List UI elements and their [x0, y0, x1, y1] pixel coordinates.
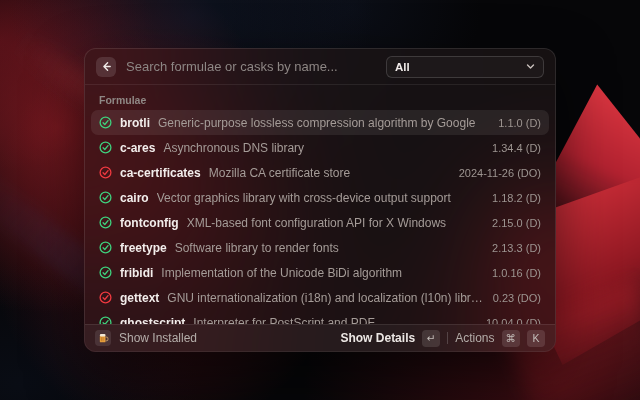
formula-name: fribidi [120, 266, 153, 280]
formula-name: freetype [120, 241, 167, 255]
formula-name: fontconfig [120, 216, 179, 230]
formula-version: 10.04.0 (D) [486, 317, 541, 325]
search-bar: All [85, 49, 555, 85]
formula-version: 1.18.2 (D) [492, 192, 541, 204]
formula-row[interactable]: brotli Generic-purpose lossless compress… [91, 110, 549, 135]
formula-name: brotli [120, 116, 150, 130]
formula-version: 2.13.3 (D) [492, 242, 541, 254]
return-key-badge[interactable]: ↵ [422, 330, 440, 347]
formula-description: Software library to render fonts [175, 241, 484, 255]
formula-row[interactable]: cairo Vector graphics library with cross… [91, 185, 549, 210]
beer-mug-icon [95, 330, 111, 346]
back-button[interactable] [96, 57, 116, 77]
formula-description: XML-based font configuration API for X W… [187, 216, 484, 230]
formula-row[interactable]: ghostscript Interpreter for PostScript a… [91, 310, 549, 324]
formula-description: Asynchronous DNS library [163, 141, 484, 155]
formula-version: 2.15.0 (D) [492, 217, 541, 229]
formula-row[interactable]: gettext GNU internationalization (i18n) … [91, 285, 549, 310]
formula-version: 1.0.16 (D) [492, 267, 541, 279]
formula-description: Vector graphics library with cross-devic… [157, 191, 484, 205]
actions-button[interactable]: Actions [455, 331, 494, 345]
formula-row[interactable]: c-ares Asynchronous DNS library 1.34.4 (… [91, 135, 549, 160]
filter-selected-value: All [395, 61, 520, 73]
formula-row[interactable]: fribidi Implementation of the Unicode Bi… [91, 260, 549, 285]
formula-name: ghostscript [120, 316, 185, 325]
show-installed-label[interactable]: Show Installed [119, 331, 332, 345]
footer-divider [447, 332, 448, 344]
brew-search-panel: All Formulae brotli Generic-purpose loss… [84, 48, 556, 352]
formula-version: 2024-11-26 (DO) [459, 167, 541, 179]
status-check-circle-icon [99, 141, 112, 154]
status-check-circle-icon [99, 316, 112, 324]
formula-description: GNU internationalization (i18n) and loca… [167, 291, 484, 305]
results-list: brotli Generic-purpose lossless compress… [85, 110, 555, 324]
status-check-circle-icon [99, 266, 112, 279]
status-check-circle-icon [99, 166, 112, 179]
status-check-circle-icon [99, 116, 112, 129]
formula-version: 1.34.4 (D) [492, 142, 541, 154]
footer-bar: Show Installed Show Details ↵ Actions ⌘ … [85, 324, 555, 351]
status-check-circle-icon [99, 216, 112, 229]
formula-name: cairo [120, 191, 149, 205]
status-check-circle-icon [99, 241, 112, 254]
show-details-button[interactable]: Show Details [340, 331, 415, 345]
arrow-left-icon [101, 61, 112, 72]
section-header-formulae: Formulae [85, 85, 555, 110]
formula-row[interactable]: freetype Software library to render font… [91, 235, 549, 260]
screen: All Formulae brotli Generic-purpose loss… [0, 0, 640, 400]
formula-description: Interpreter for PostScript and PDF [193, 316, 478, 325]
k-key-badge[interactable]: K [527, 330, 545, 347]
cmd-key-badge[interactable]: ⌘ [502, 330, 521, 347]
footer-actions: Show Details ↵ Actions ⌘ K [340, 330, 545, 347]
search-input[interactable] [126, 59, 376, 74]
formula-version: 1.1.0 (D) [498, 117, 541, 129]
formula-description: Mozilla CA certificate store [209, 166, 451, 180]
formula-row[interactable]: ca-certificates Mozilla CA certificate s… [91, 160, 549, 185]
formula-name: c-ares [120, 141, 155, 155]
formula-description: Generic-purpose lossless compression alg… [158, 116, 490, 130]
formula-description: Implementation of the Unicode BiDi algor… [161, 266, 484, 280]
formula-name: gettext [120, 291, 159, 305]
filter-dropdown[interactable]: All [386, 56, 544, 78]
status-check-circle-icon [99, 191, 112, 204]
formula-name: ca-certificates [120, 166, 201, 180]
status-check-circle-icon [99, 291, 112, 304]
formula-row[interactable]: fontconfig XML-based font configuration … [91, 210, 549, 235]
formula-version: 0.23 (DO) [493, 292, 541, 304]
chevron-down-icon [526, 62, 535, 71]
